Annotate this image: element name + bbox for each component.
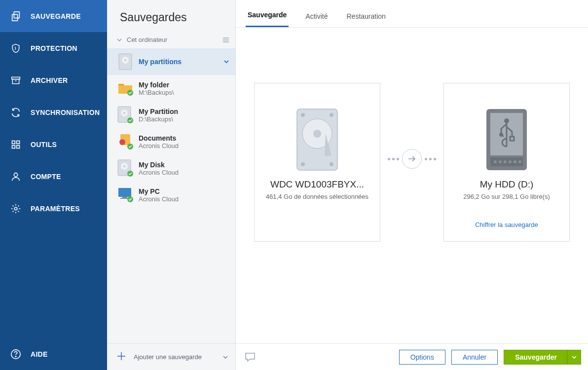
backup-item-my-pc[interactable]: My PC Acronis Cloud [107, 182, 235, 208]
plus-icon [117, 352, 128, 363]
backup-flow: WDC WD1003FBYX... 461,4 Go de données sé… [236, 28, 588, 343]
svg-point-9 [14, 173, 17, 176]
sidebar-item-label: OUTILS [31, 141, 57, 148]
svg-point-47 [494, 160, 497, 163]
disk-icon [117, 160, 134, 177]
source-title: WDC WD1003FBYX... [270, 179, 364, 190]
backup-item-my-partition[interactable]: My Partition D:\Backups\ [107, 102, 235, 128]
source-card[interactable]: WDC WD1003FBYX... 461,4 Go de données sé… [254, 83, 380, 242]
svg-rect-6 [17, 141, 20, 144]
svg-rect-7 [12, 145, 15, 148]
backup-item-sub: Acronis Cloud [139, 142, 229, 149]
main-content: Sauvegarde Activité Restauration WDC WD1… [236, 0, 588, 370]
sidebar-item-label: PARAMÈTRES [31, 205, 80, 213]
sidebar-item-label: SAUVEGARDE [31, 12, 81, 20]
arrow-indicator [380, 149, 443, 169]
svg-rect-5 [12, 141, 15, 144]
comment-icon[interactable] [245, 352, 256, 362]
main-sidebar: SAUVEGARDE PROTECTION ARCHIVER SYNCHRONI… [0, 0, 107, 370]
svg-point-51 [514, 160, 516, 163]
svg-point-48 [499, 160, 502, 163]
destination-card[interactable]: My HDD (D:) 296,2 Go sur 298,1 Go libre(… [443, 83, 570, 242]
sidebar-item-help[interactable]: AIDE [0, 338, 107, 370]
backup-item-sub: Acronis Cloud [139, 195, 229, 203]
sidebar-item-label: COMPTE [31, 173, 61, 181]
bottom-bar: Options Annuler Sauvegarder [236, 343, 588, 370]
svg-rect-8 [17, 145, 20, 148]
svg-point-25 [119, 139, 125, 145]
tab-restore[interactable]: Restauration [345, 4, 388, 27]
svg-point-43 [313, 130, 321, 138]
add-backup-button[interactable]: Ajouter une sauvegarde [107, 343, 235, 370]
sidebar-item-label: PROTECTION [31, 44, 77, 52]
sidebar-item-account[interactable]: COMPTE [0, 160, 107, 192]
sidebar-item-archive[interactable]: ARCHIVER [0, 64, 107, 96]
help-icon [10, 348, 22, 360]
svg-point-18 [124, 59, 126, 61]
svg-rect-0 [14, 11, 19, 18]
svg-point-49 [504, 160, 507, 163]
folder-icon [117, 80, 134, 97]
backup-item-my-partitions[interactable]: My partitions [107, 48, 235, 75]
svg-point-52 [518, 160, 521, 163]
svg-point-38 [301, 113, 305, 117]
group-header-this-computer[interactable]: Cet ordinateur [107, 33, 235, 48]
arrow-right-icon [402, 149, 422, 169]
backups-panel: Sauvegardes Cet ordinateur My partitions… [107, 0, 236, 370]
backup-item-name: My Partition [139, 108, 229, 115]
backup-dropdown-button[interactable] [567, 350, 581, 365]
svg-rect-3 [12, 79, 19, 83]
svg-rect-32 [122, 197, 127, 198]
sidebar-item-label: ARCHIVER [31, 76, 68, 84]
tabs: Sauvegarde Activité Restauration [236, 0, 588, 28]
gear-icon [10, 203, 22, 215]
destination-sub: 296,2 Go sur 298,1 Go libre(s) [463, 193, 550, 200]
backup-button[interactable]: Sauvegarder [504, 350, 567, 365]
usb-drive-icon [485, 108, 528, 171]
svg-point-53 [504, 118, 509, 123]
sidebar-item-label: SYNCHRONISATION [31, 109, 100, 116]
svg-rect-31 [118, 188, 131, 197]
svg-rect-1 [12, 14, 18, 21]
pc-icon [117, 186, 134, 203]
backup-item-name: Documents [139, 134, 229, 142]
tab-backup[interactable]: Sauvegarde [246, 3, 289, 27]
backup-item-my-disk[interactable]: My Disk Acronis Cloud [107, 155, 235, 182]
svg-point-10 [14, 207, 17, 210]
account-icon [10, 171, 22, 183]
chevron-down-icon [222, 355, 228, 360]
backup-item-my-folder[interactable]: My folder M:\Backups\ [107, 75, 235, 102]
shield-icon [10, 42, 22, 54]
sidebar-item-tools[interactable]: OUTILS [0, 128, 107, 160]
backup-item-name: My partitions [139, 58, 220, 66]
destination-title: My HDD (D:) [480, 179, 534, 190]
backup-item-name: My Disk [139, 161, 229, 169]
sidebar-item-settings[interactable]: PARAMÈTRES [0, 192, 107, 224]
backup-item-documents[interactable]: Documents Acronis Cloud [107, 128, 235, 155]
options-button[interactable]: Options [399, 350, 445, 365]
add-backup-label: Ajouter une sauvegarde [134, 353, 202, 361]
chevron-down-icon [223, 59, 229, 64]
disk-icon [117, 107, 134, 123]
sidebar-item-protection[interactable]: PROTECTION [0, 32, 107, 64]
tools-icon [10, 139, 22, 150]
tab-activity[interactable]: Activité [303, 4, 330, 27]
backup-item-name: My folder [139, 81, 229, 89]
menu-icon[interactable] [222, 37, 229, 43]
backup-item-sub: Acronis Cloud [139, 169, 229, 176]
documents-icon [117, 133, 134, 150]
sidebar-item-sync[interactable]: SYNCHRONISATION [0, 96, 107, 128]
svg-point-54 [499, 133, 503, 137]
hdd-icon [296, 108, 338, 171]
svg-point-29 [123, 165, 125, 167]
svg-point-22 [123, 112, 125, 114]
svg-point-50 [509, 160, 512, 163]
sidebar-item-backup[interactable]: SAUVEGARDE [0, 0, 107, 32]
svg-point-12 [15, 356, 16, 356]
encrypt-link[interactable]: Chiffrer la sauvegarde [475, 221, 538, 228]
archive-icon [10, 74, 22, 86]
backup-item-name: My PC [139, 187, 229, 195]
chevron-down-icon [117, 38, 123, 42]
copy-icon [10, 10, 22, 22]
cancel-button[interactable]: Annuler [451, 350, 498, 365]
